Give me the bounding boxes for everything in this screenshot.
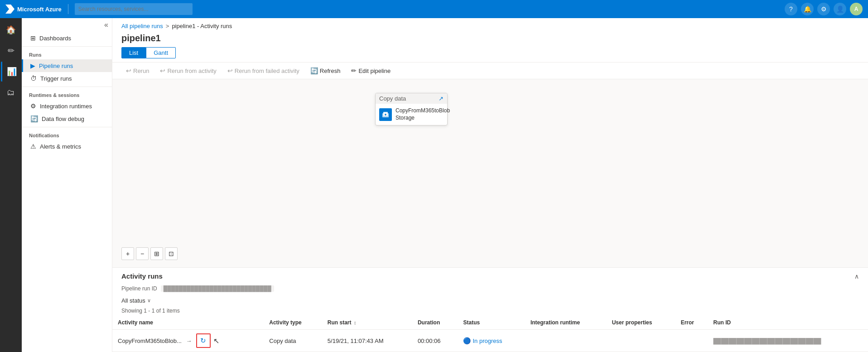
activity-title: Activity runs xyxy=(121,272,163,280)
rail-monitor[interactable]: 📊 xyxy=(1,62,21,82)
cursor-pointer: ↖ xyxy=(213,337,219,345)
cell-activity-type: Copy data xyxy=(264,330,322,352)
cell-integration-runtime xyxy=(525,330,607,352)
col-run-id: Run ID xyxy=(708,316,868,330)
cell-status: 🔵 In progress xyxy=(458,330,525,352)
col-integration-runtime: Integration runtime xyxy=(525,316,607,330)
settings-icon[interactable]: ⚙ xyxy=(817,3,830,15)
activity-output-button[interactable]: → xyxy=(183,335,194,346)
status-badge: 🔵 In progress xyxy=(463,337,502,344)
sidebar-collapse[interactable]: « xyxy=(22,18,112,32)
pipeline-runs-icon: ▶ xyxy=(30,62,35,69)
view-list-button[interactable]: List xyxy=(121,47,146,58)
user-icon[interactable]: 👤 xyxy=(834,3,846,15)
app-body: 🏠 ✏ 📊 🗂 « ⊞ Dashboards Runs ▶ Pipeline r… xyxy=(0,18,868,352)
rail-home[interactable]: 🏠 xyxy=(1,20,21,40)
zoom-in-button[interactable]: + xyxy=(121,247,134,260)
sidebar-item-dashboards[interactable]: ⊞ Dashboards xyxy=(22,32,112,44)
sidebar: « ⊞ Dashboards Runs ▶ Pipeline runs ⏱ Tr… xyxy=(22,18,112,352)
sidebar-item-integration-runtimes[interactable]: ⚙ Integration runtimes xyxy=(22,100,112,112)
status-filter-chevron: ∨ xyxy=(147,298,151,304)
search-input[interactable] xyxy=(75,3,193,15)
canvas-controls: + − ⊞ ⊡ xyxy=(121,247,178,260)
rerun-from-failed-icon: ↩ xyxy=(227,67,233,74)
activity-table: Activity name Activity type Run start ↕ … xyxy=(112,316,868,352)
data-flow-debug-icon: 🔄 xyxy=(30,115,38,122)
sidebar-item-trigger-runs[interactable]: ⏱ Trigger runs xyxy=(22,72,112,85)
pipeline-run-id: ████████████████████████████ xyxy=(161,285,274,292)
cell-run-id: ████████████████████████████ xyxy=(708,330,868,352)
breadcrumb-separator: > xyxy=(166,23,169,29)
rail-manage[interactable]: 🗂 xyxy=(1,82,21,102)
rail-edit[interactable]: ✏ xyxy=(1,41,21,61)
col-status: Status xyxy=(458,316,525,330)
main-content: All pipeline runs > pipeline1 - Activity… xyxy=(112,18,868,352)
alerts-icon: ⚠ xyxy=(30,143,36,150)
topbar-separator xyxy=(68,4,68,14)
col-duration: Duration xyxy=(412,316,458,330)
canvas-area[interactable]: Copy data ↗ CopyFromM365toBlob Storage +… xyxy=(112,79,868,267)
icon-rail: 🏠 ✏ 📊 🗂 xyxy=(0,18,22,352)
cell-activity-name: CopyFromM365toBlob... → ↻ ↖ xyxy=(112,330,264,352)
sidebar-item-data-flow-debug[interactable]: 🔄 Data flow debug xyxy=(22,112,112,125)
refresh-button[interactable]: 🔄 Refresh xyxy=(306,65,345,76)
help-icon[interactable]: ? xyxy=(785,3,797,15)
sidebar-section-runtimes: Runtimes & sessions xyxy=(22,89,112,100)
cell-duration: 00:00:06 xyxy=(412,330,458,352)
topbar: Microsoft Azure ? 🔔 ⚙ 👤 A xyxy=(0,0,868,18)
rerun-from-failed-button[interactable]: ↩ Rerun from failed activity xyxy=(223,65,304,76)
topbar-right: ? 🔔 ⚙ 👤 A xyxy=(785,3,863,15)
view-toggle: List Gantt xyxy=(112,47,868,62)
sidebar-section-runs: Runs xyxy=(22,48,112,59)
col-activity-type: Activity type xyxy=(264,316,322,330)
cell-error xyxy=(675,330,708,352)
zoom-out-button[interactable]: − xyxy=(136,247,149,260)
canvas-node[interactable]: Copy data ↗ CopyFromM365toBlob Storage xyxy=(375,93,448,125)
canvas-node-name: CopyFromM365toBlob Storage xyxy=(395,107,450,121)
fit-button[interactable]: ⊞ xyxy=(150,247,163,260)
activity-section: Activity runs ∧ Pipeline run ID ████████… xyxy=(112,267,868,352)
brand: Microsoft Azure xyxy=(5,5,62,14)
breadcrumb: All pipeline runs > pipeline1 - Activity… xyxy=(112,18,868,31)
status-in-progress-icon: 🔵 xyxy=(463,337,471,344)
pipeline-run-id-row: Pipeline run ID ████████████████████████… xyxy=(112,284,868,295)
cell-user-properties xyxy=(607,330,675,352)
sidebar-divider-1 xyxy=(22,46,112,47)
integration-runtimes-icon: ⚙ xyxy=(30,102,36,110)
col-user-properties: User properties xyxy=(607,316,675,330)
sidebar-section-notifications: Notifications xyxy=(22,129,112,140)
avatar[interactable]: A xyxy=(850,3,863,15)
breadcrumb-current: pipeline1 - Activity runs xyxy=(172,23,232,29)
node-type-icon xyxy=(379,108,392,121)
activity-collapse-button[interactable]: ∧ xyxy=(854,273,859,280)
canvas-node-body: CopyFromM365toBlob Storage xyxy=(376,104,447,125)
activity-run-button-highlight: ↻ xyxy=(196,333,211,348)
svg-marker-0 xyxy=(5,5,14,14)
breadcrumb-parent[interactable]: All pipeline runs xyxy=(121,23,163,29)
rerun-from-activity-button[interactable]: ↩ Rerun from activity xyxy=(155,65,221,76)
table-row: CopyFromM365toBlob... → ↻ ↖ Copy data 5/… xyxy=(112,330,868,352)
node-activity-icon: ↗ xyxy=(439,95,444,102)
sidebar-item-alerts-metrics[interactable]: ⚠ Alerts & metrics xyxy=(22,140,112,153)
activity-rerun-button[interactable]: ↻ xyxy=(198,335,209,346)
sidebar-divider-3 xyxy=(22,127,112,127)
rerun-button[interactable]: ↩ Rerun xyxy=(121,65,154,76)
reset-button[interactable]: ⊡ xyxy=(165,247,178,260)
view-gantt-button[interactable]: Gantt xyxy=(146,47,176,58)
dashboards-icon: ⊞ xyxy=(30,34,36,42)
edit-pipeline-icon: ✏ xyxy=(351,67,357,74)
col-run-start[interactable]: Run start ↕ xyxy=(322,316,412,330)
trigger-runs-icon: ⏱ xyxy=(30,75,37,82)
run-id-value: ████████████████████████████ xyxy=(714,338,821,344)
sidebar-divider-2 xyxy=(22,87,112,87)
table-container: Activity name Activity type Run start ↕ … xyxy=(112,316,868,352)
notification-icon[interactable]: 🔔 xyxy=(801,3,814,15)
status-filter[interactable]: All status ∨ xyxy=(112,295,868,306)
showing-text: Showing 1 - 1 of 1 items xyxy=(112,306,868,316)
sidebar-item-pipeline-runs[interactable]: ▶ Pipeline runs xyxy=(22,59,112,72)
edit-pipeline-button[interactable]: ✏ Edit pipeline xyxy=(347,65,395,76)
cell-run-start: 5/19/21, 11:07:43 AM xyxy=(322,330,412,352)
refresh-icon: 🔄 xyxy=(310,67,318,74)
col-activity-name: Activity name xyxy=(112,316,264,330)
pipeline-run-label: Pipeline run ID xyxy=(121,285,157,292)
